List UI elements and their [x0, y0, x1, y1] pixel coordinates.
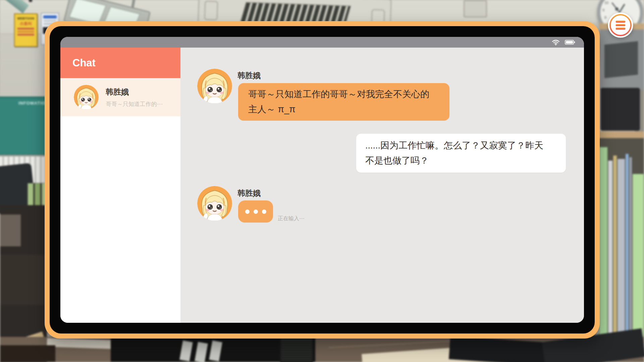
conversation-name: 韩胜娥: [106, 87, 163, 97]
tablet-frame: Chat 韩胜娥 哥哥～只知道工作的⋯ 韩胜娥: [50, 26, 595, 334]
poster-decoration: [17, 34, 34, 36]
furniture-silhouette: [0, 215, 21, 246]
poster-decoration: [44, 20, 56, 21]
battery-icon: [565, 40, 575, 45]
tile-line: [329, 340, 463, 348]
message-list[interactable]: 韩胜娥 哥哥～只知道工作的哥哥～对我完全不关心的 主人～ π_π ......因…: [180, 48, 584, 323]
avatar: [197, 69, 232, 104]
poster-decoration: [17, 31, 34, 33]
conversation-texts: 韩胜娥 哥哥～只知道工作的⋯: [106, 87, 163, 108]
book-stack-right: [599, 138, 644, 349]
clock-number: 9: [602, 8, 604, 12]
game-screen: 12 11 10 9 8 7 INFOMATION WEBTOON 스토리: [0, 0, 644, 362]
sender-name: 韩胜娥: [237, 188, 261, 198]
typing-dot: [245, 209, 250, 214]
clock-number: 10: [604, 1, 608, 5]
ceiling-fixture: [464, 0, 487, 17]
vent-grille: [280, 339, 313, 362]
shelf-unit: [600, 29, 644, 90]
clock-hub: [615, 7, 619, 11]
sidebar: Chat 韩胜娥 哥哥～只知道工作的⋯: [60, 48, 180, 323]
clock-hour-hand: [619, 4, 625, 12]
typing-label: 正在输入⋯: [278, 215, 305, 222]
typing-dot: [254, 209, 258, 214]
floor-shadow: [0, 345, 55, 362]
clock-number: 8: [604, 15, 606, 19]
typing-bubble: [238, 200, 273, 223]
poster-text: WEBTOON: [15, 17, 37, 20]
hamburger-icon: [608, 12, 633, 38]
conversation-preview: 哥哥～只知道工作的⋯: [106, 100, 163, 108]
status-bar: [60, 37, 584, 48]
binder: [600, 88, 640, 131]
message-bubble-outgoing: ......因为工作忙嘛。怎么了？又寂寞了？昨天 不是也做了吗？: [356, 134, 566, 173]
message-bubble-incoming: 哥哥～只知道工作的哥哥～对我完全不关心的 主人～ π_π: [238, 83, 449, 121]
sender-name: 韩胜娥: [237, 70, 261, 81]
ac-vent-tab: [204, 1, 218, 20]
tablet-screen: Chat 韩胜娥 哥哥～只知道工作的⋯ 韩胜娥: [60, 37, 584, 323]
poster-text: 스토리: [15, 21, 37, 26]
poster-decoration: [43, 15, 57, 18]
screen-body: Chat 韩胜娥 哥哥～只知道工作的⋯ 韩胜娥: [60, 48, 584, 323]
conversation-item[interactable]: 韩胜娥 哥哥～只知道工作的⋯: [60, 78, 180, 116]
board-pin: [29, 0, 32, 2]
webtoon-poster: WEBTOON 스토리: [14, 13, 38, 47]
menu-button[interactable]: [608, 12, 633, 38]
wifi-icon: [552, 39, 560, 45]
shelf-board: [599, 131, 644, 138]
furniture-silhouette: [0, 255, 47, 305]
avatar: [74, 85, 99, 110]
typing-dot: [262, 209, 266, 214]
tablet-device: Chat 韩胜娥 哥哥～只知道工作的⋯ 韩胜娥: [45, 21, 600, 339]
avatar: [197, 186, 232, 221]
poster-decoration: [17, 28, 34, 29]
chat-header: Chat: [60, 48, 180, 78]
